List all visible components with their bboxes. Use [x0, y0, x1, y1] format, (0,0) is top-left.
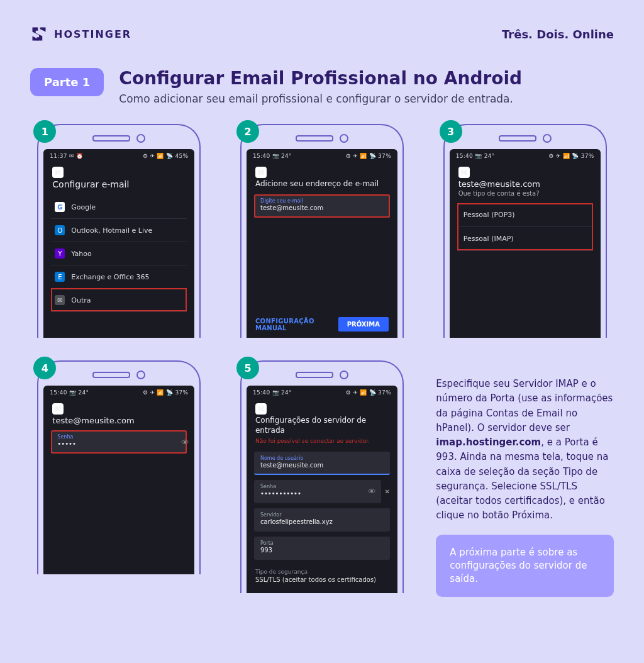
gmail-icon: M [52, 403, 64, 415]
clear-icon[interactable]: ✕ [385, 488, 390, 495]
eye-icon[interactable]: 👁 [368, 486, 376, 496]
phone-screen: 15:40 📷 24° ⚙ ✈ 📶 📡 37% M teste@meusite.… [43, 386, 194, 574]
explanation-text: Especifique seu Servidor IMAP e o número… [436, 377, 614, 523]
phone-mock: 4 15:40 📷 24° ⚙ ✈ 📶 📡 37% M teste@meusit… [37, 360, 201, 574]
field-value: carlosfelipeestrella.xyz [260, 518, 384, 525]
phone-screen: 15:40 📷 24° ⚙ ✈ 📶 📡 37% M teste@meusite.… [450, 149, 601, 338]
security-type-value[interactable]: SSL/TLS (aceitar todos os certificados) [247, 575, 397, 583]
brand-slogan: Três. Dois. Online [502, 28, 614, 41]
step-5: 5 15:40 📷 24° ⚙ ✈ 📶 📡 37% M Configuraçõe… [233, 360, 411, 597]
screen-title: Configurar e-mail [43, 179, 194, 193]
gmail-header: M [247, 160, 397, 179]
phone-notch [43, 367, 194, 386]
gmail-header: M [247, 397, 397, 416]
phone-mock: 1 11:37 ✉ ⏰ ⚙ ✈ 📶 📡 45% M Configurar e-m… [37, 124, 201, 338]
phone-screen: 15:40 📷 24° ⚙ ✈ 📶 📡 37% M Adicione seu e… [247, 149, 397, 338]
step-number-badge: 5 [236, 357, 259, 379]
port-field[interactable]: Porta 993 [254, 537, 390, 560]
manual-config-link[interactable]: CONFIGURAÇÃO MANUAL [255, 318, 338, 332]
screen-title: Adicione seu endereço de e-mail [247, 179, 397, 192]
gmail-icon: M [255, 167, 267, 178]
gmail-icon: M [255, 403, 267, 415]
email-field[interactable]: Digite seu e-mail teste@meusite.com [254, 194, 390, 218]
brand-logo: HOSTINGER [30, 25, 131, 43]
status-bar: 15:40 📷 24° ⚙ ✈ 📶 📡 37% [247, 149, 397, 160]
phone-frame: 15:40 📷 24° ⚙ ✈ 📶 📡 37% M Adicione seu e… [240, 124, 404, 338]
username-field[interactable]: Nome de usuário teste@meusite.com [254, 452, 390, 475]
explanation-block: Especifique seu Servidor IMAP e o número… [436, 360, 614, 597]
step-number-badge: 2 [236, 120, 259, 143]
field-value: teste@meusite.com [260, 461, 384, 469]
provider-row[interactable]: GGoogle [51, 196, 187, 218]
phone-frame: 15:40 📷 24° ⚙ ✈ 📶 📡 37% M teste@meusite.… [37, 360, 201, 574]
phone-notch [450, 130, 601, 149]
part-badge: Parte 1 [30, 68, 104, 96]
title-block: Configurar Email Profissional no Android… [119, 68, 522, 105]
page-header: Parte 1 Configurar Email Profissional no… [30, 68, 614, 105]
provider-row[interactable]: EExchange e Office 365 [51, 265, 187, 288]
password-field[interactable]: Senha ••••••••••• 👁 [254, 480, 381, 503]
steps-grid: 1 11:37 ✉ ⏰ ⚙ ✈ 📶 📡 45% M Configurar e-m… [30, 124, 614, 597]
field-label: Porta [260, 540, 384, 546]
field-value: ••••• [57, 440, 168, 447]
provider-row[interactable]: YYahoo [51, 242, 187, 265]
phone-notch [247, 367, 397, 386]
phone-screen: 15:40 📷 24° ⚙ ✈ 📶 📡 37% M Configurações … [247, 386, 397, 593]
eye-icon[interactable]: 👁 [181, 437, 189, 447]
page-subtitle: Como adicionar seu email profissional e … [119, 92, 522, 105]
page-title: Configurar Email Profissional no Android [119, 68, 522, 89]
server-field[interactable]: Servidor carlosfelipeestrella.xyz [254, 508, 390, 532]
next-part-callout: A próxima parte é sobre as configurações… [436, 535, 614, 597]
screen-subtitle: Que tipo de conta é esta? [450, 189, 601, 203]
field-value: 993 [260, 546, 384, 554]
gmail-header: M [450, 160, 601, 179]
phone-frame: 15:40 📷 24° ⚙ ✈ 📶 📡 37% M teste@meusite.… [443, 124, 607, 338]
phone-mock: 3 15:40 📷 24° ⚙ ✈ 📶 📡 37% M teste@meusit… [443, 124, 607, 338]
top-bar: HOSTINGER Três. Dois. Online [30, 25, 614, 43]
logo-icon [30, 25, 48, 43]
account-type-imap[interactable]: Pessoal (IMAP) [457, 226, 593, 250]
next-button[interactable]: PRÓXIMA [338, 317, 389, 332]
field-value: ••••••••••• [260, 489, 375, 497]
status-bar: 15:40 📷 24° ⚙ ✈ 📶 📡 37% [247, 386, 397, 397]
provider-row[interactable]: OOutlook, Hotmail e Live [51, 218, 187, 242]
field-label: Digite seu e-mail [260, 198, 384, 204]
gmail-header: M [43, 397, 194, 416]
phone-mock: 5 15:40 📷 24° ⚙ ✈ 📶 📡 37% M Configuraçõe… [240, 360, 404, 593]
status-bar: 15:40 📷 24° ⚙ ✈ 📶 📡 37% [450, 149, 601, 160]
field-label: Servidor [260, 512, 384, 518]
step-4: 4 15:40 📷 24° ⚙ ✈ 📶 📡 37% M teste@meusit… [30, 360, 208, 597]
status-bar: 15:40 📷 24° ⚙ ✈ 📶 📡 37% [43, 386, 194, 397]
screen-title: teste@meusite.com [450, 179, 601, 189]
button-bar: CONFIGURAÇÃO MANUAL PRÓXIMA [247, 311, 397, 338]
gmail-header: M [43, 160, 194, 179]
phone-frame: 11:37 ✉ ⏰ ⚙ ✈ 📶 📡 45% M Configurar e-mai… [37, 124, 201, 338]
screen-title: teste@meusite.com [43, 416, 194, 430]
brand-name: HOSTINGER [54, 28, 131, 40]
security-type-label: Tipo de segurança [247, 565, 397, 575]
phone-notch [43, 130, 194, 149]
phone-notch [247, 130, 397, 149]
phone-screen: 11:37 ✉ ⏰ ⚙ ✈ 📶 📡 45% M Configurar e-mai… [43, 149, 194, 338]
step-3: 3 15:40 📷 24° ⚙ ✈ 📶 📡 37% M teste@meusit… [436, 124, 614, 338]
status-bar: 11:37 ✉ ⏰ ⚙ ✈ 📶 📡 45% [43, 149, 194, 160]
gmail-icon: M [458, 167, 470, 178]
account-type-pop3[interactable]: Pessoal (POP3) [457, 203, 593, 226]
field-label: Nome de usuário [260, 455, 384, 461]
phone-mock: 2 15:40 📷 24° ⚙ ✈ 📶 📡 37% M Adicione seu… [240, 124, 404, 338]
infographic-page: HOSTINGER Três. Dois. Online Parte 1 Con… [0, 0, 644, 663]
provider-list: GGoogle OOutlook, Hotmail e Live YYahoo … [43, 193, 194, 315]
field-label: Senha [57, 434, 168, 440]
gmail-icon: M [52, 167, 64, 178]
step-number-badge: 3 [440, 120, 462, 143]
screen-title: Configurações do servidor de entrada [247, 416, 397, 438]
phone-frame: 15:40 📷 24° ⚙ ✈ 📶 📡 37% M Configurações … [240, 360, 404, 593]
step-2: 2 15:40 📷 24° ⚙ ✈ 📶 📡 37% M Adicione seu… [233, 124, 411, 338]
field-label: Senha [260, 484, 375, 489]
password-field[interactable]: Senha ••••• [51, 430, 187, 454]
step-1: 1 11:37 ✉ ⏰ ⚙ ✈ 📶 📡 45% M Configurar e-m… [30, 124, 208, 338]
provider-row-other[interactable]: ✉Outra [51, 288, 187, 311]
account-type-list: Pessoal (POP3) Pessoal (IMAP) [457, 203, 593, 250]
error-text: Não foi possível se conectar ao servidor… [247, 438, 397, 447]
field-value: teste@meusite.com [260, 204, 384, 211]
